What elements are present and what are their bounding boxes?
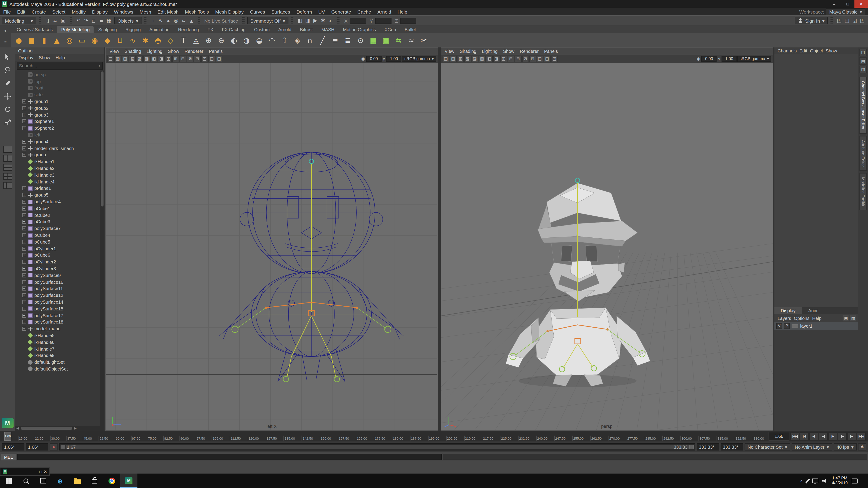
scrollbar-thumb[interactable]	[21, 427, 72, 430]
shelf-tab[interactable]: Rigging	[121, 26, 145, 33]
render-sequence-icon[interactable]: ▶	[311, 17, 319, 24]
outliner-item[interactable]: + group1	[17, 98, 100, 105]
outliner-item[interactable]: + model_mario	[17, 326, 100, 332]
expand-toggle[interactable]	[22, 367, 26, 371]
range-end-handle[interactable]	[689, 445, 694, 449]
menu-item[interactable]: Show	[165, 49, 182, 54]
camera-attributes-icon[interactable]: ▦	[122, 55, 128, 62]
shelf-tab[interactable]: Poly Modeling	[57, 26, 94, 33]
outliner-item[interactable]: + polySurface16	[17, 279, 100, 285]
menu-item[interactable]: Deform	[293, 9, 315, 14]
expand-toggle[interactable]: +	[22, 327, 26, 331]
animation-end-field[interactable]: 333.33*	[697, 443, 719, 451]
outliner-item[interactable]: + pCube4	[17, 232, 100, 238]
expand-toggle[interactable]: +	[22, 313, 26, 318]
menu-item[interactable]: Mesh	[136, 9, 154, 14]
new-layer-from-selected-icon[interactable]: ▦	[850, 315, 856, 321]
isolate-select-icon[interactable]: ◱	[209, 55, 215, 62]
outliner-item[interactable]: ikHandle3	[17, 172, 100, 178]
playback-start-field[interactable]: 1.66*	[2, 443, 24, 451]
mirror-icon[interactable]: ⇆	[393, 34, 405, 46]
current-time-marker[interactable]: 1.66	[4, 432, 11, 441]
menu-item[interactable]: Select	[49, 9, 68, 14]
exposure-field[interactable]: 0.00	[366, 56, 381, 62]
expand-toggle[interactable]	[22, 180, 26, 184]
expand-toggle[interactable]: +	[22, 267, 26, 271]
screen-space-ao-icon[interactable]: ⊡	[194, 55, 201, 62]
expand-toggle[interactable]	[22, 93, 26, 97]
multi-cut-icon[interactable]: ╱	[316, 34, 329, 46]
insert-edge-loop-icon[interactable]: ≡	[329, 34, 341, 46]
boolean-difference-icon[interactable]: ◑	[241, 34, 253, 46]
expand-toggle[interactable]	[22, 73, 26, 77]
step-forward-key-button[interactable]: |▶	[838, 432, 847, 440]
render-frame-icon[interactable]: ◧	[296, 17, 304, 24]
outliner-item[interactable]: ikHandle5	[17, 332, 100, 339]
outliner-item[interactable]: defaultLightSet	[17, 359, 100, 366]
expand-toggle[interactable]: +	[22, 240, 26, 244]
expand-toggle[interactable]: +	[22, 106, 26, 110]
viewport-persp-canvas[interactable]: persp	[441, 63, 773, 430]
rotate-tool[interactable]	[2, 104, 12, 114]
save-scene-icon[interactable]: ▣	[59, 17, 67, 24]
menu-item[interactable]: Layers	[776, 316, 793, 321]
expand-toggle[interactable]: +	[22, 126, 26, 130]
shelf-tab[interactable]: Bifrost	[296, 26, 317, 33]
expand-toggle[interactable]	[22, 160, 26, 164]
platonic-solid-icon[interactable]: ◆	[101, 34, 114, 46]
go-to-end-button[interactable]: ▶▶|	[857, 432, 866, 440]
range-slider[interactable]: 1.67 333.33	[59, 443, 695, 451]
select-hierarchy-icon[interactable]: □	[90, 17, 98, 24]
shelf-tab[interactable]: Bullet	[401, 26, 420, 33]
y-input-field[interactable]	[375, 18, 392, 24]
cut-uv-icon[interactable]: ✂	[418, 34, 430, 46]
paint-select-tool[interactable]	[2, 78, 12, 88]
undo-icon[interactable]: ↶	[74, 17, 82, 24]
menu-item[interactable]: Shading	[122, 49, 144, 54]
expand-toggle[interactable]	[22, 354, 26, 358]
section-divider[interactable]	[70, 17, 72, 24]
menu-item[interactable]: Object	[809, 48, 825, 53]
sidebar-vertical-tab[interactable]: Attribute Editor	[860, 136, 867, 171]
bevel-icon[interactable]: ◈	[291, 34, 303, 46]
shelf-editor-icon[interactable]: ▾	[2, 27, 9, 35]
outliner-item[interactable]: + pCube6	[17, 252, 100, 259]
textured-icon[interactable]: ⊞	[507, 55, 514, 62]
outliner-item[interactable]: + group	[17, 152, 100, 158]
go-to-start-button[interactable]: |◀◀	[790, 432, 799, 440]
menu-item[interactable]: Lighting	[144, 49, 165, 54]
section-divider[interactable]	[291, 17, 293, 24]
wireframe-icon[interactable]: ◨	[493, 55, 500, 62]
outliner-item[interactable]: + polySurface15	[17, 305, 100, 312]
menu-item[interactable]: UV	[315, 9, 328, 14]
menu-item[interactable]: Curves	[247, 9, 268, 14]
expand-toggle[interactable]: +	[22, 120, 26, 124]
menu-item[interactable]: Options	[793, 316, 811, 321]
menu-item[interactable]: Mesh Display	[212, 9, 247, 14]
menu-item[interactable]: Edit Mesh	[154, 9, 182, 14]
command-language-toggle[interactable]: MEL	[1, 453, 16, 460]
bridge-icon[interactable]: ∩	[304, 34, 316, 46]
expand-toggle[interactable]: +	[22, 253, 26, 257]
expand-toggle[interactable]: +	[22, 307, 26, 311]
persp-outliner-layout-icon[interactable]: ◲	[851, 17, 859, 24]
outliner-item[interactable]: + polySurface4	[17, 198, 100, 205]
outliner-item[interactable]: + polySurface14	[17, 299, 100, 305]
outliner-item[interactable]: + polySurface18	[17, 319, 100, 326]
snap-point-icon[interactable]: ●	[164, 17, 172, 24]
menu-item[interactable]: Mesh Tools	[182, 9, 212, 14]
menu-item[interactable]: Modify	[68, 9, 89, 14]
textured-icon[interactable]: ⊞	[172, 55, 179, 62]
z-input-field[interactable]	[400, 18, 416, 24]
lasso-tool[interactable]	[2, 65, 12, 75]
outliner-item[interactable]: ikHandle7	[17, 346, 100, 352]
use-lighting-icon[interactable]: ⊟	[180, 55, 186, 62]
menu-item[interactable]: Panels	[541, 49, 561, 54]
layer-color-swatch[interactable]	[792, 324, 798, 328]
outliner-persp-layout-button[interactable]	[3, 182, 12, 189]
close-button[interactable]: ✕	[43, 469, 47, 474]
shadows-icon[interactable]: ⊠	[522, 55, 529, 62]
image-plane-icon[interactable]: ▨	[471, 55, 478, 62]
volume-icon[interactable]	[822, 478, 828, 484]
expand-toggle[interactable]: +	[22, 280, 26, 284]
